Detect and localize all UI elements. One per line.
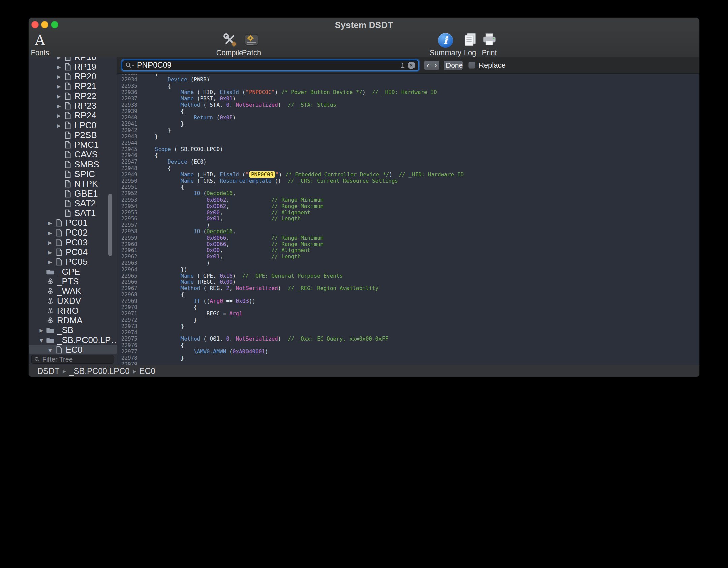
sidebar-item-smbs[interactable]: SMBS xyxy=(29,159,117,169)
code-line[interactable]: 22969 If ((Arg0 == 0x03)) xyxy=(117,298,699,305)
sidebar-item-p2sb[interactable]: P2SB xyxy=(29,130,117,140)
code-line[interactable]: 22971 REGC = Arg1 xyxy=(117,311,699,317)
sidebar-item-sat2[interactable]: SAT2 xyxy=(29,199,117,208)
code-line[interactable]: 22952 IO (Decode16, xyxy=(117,190,699,197)
code-line[interactable]: 22977 \AMW0.AMWN (0xA0040001) xyxy=(117,349,699,355)
fonts-button[interactable]: A Fonts xyxy=(29,32,51,57)
print-button[interactable]: Print xyxy=(479,32,499,57)
code-line[interactable]: 22963 ) xyxy=(117,260,699,267)
sidebar-item-rp22[interactable]: ▶RP22 xyxy=(29,91,117,101)
sidebar-item-pc05[interactable]: ▶PC05 xyxy=(29,257,117,267)
sidebar-item-pts[interactable]: _PTS xyxy=(29,277,117,286)
code-line[interactable]: 22979 xyxy=(117,361,699,365)
code-line[interactable]: 22946 { xyxy=(117,152,699,159)
chevron-right-icon[interactable]: ▶ xyxy=(55,113,63,118)
chevron-right-icon[interactable]: ▶ xyxy=(55,57,63,60)
code-line[interactable]: 22976 { xyxy=(117,342,699,349)
patch-button[interactable]: Patch xyxy=(241,32,262,57)
compile-button[interactable]: Compile xyxy=(219,32,240,57)
code-line[interactable]: 22941 } xyxy=(117,121,699,127)
code-line[interactable]: 22937 Name (PBST, 0x01) xyxy=(117,96,699,102)
sidebar-item-wak[interactable]: _WAK xyxy=(29,286,117,296)
sidebar-item-cavs[interactable]: CAVS xyxy=(29,150,117,159)
code-line[interactable]: 22968 { xyxy=(117,292,699,298)
sidebar-item-gbe1[interactable]: GBE1 xyxy=(29,189,117,199)
chevron-down-icon[interactable]: ▼ xyxy=(46,348,54,352)
code-line[interactable]: 22956 0x01, // Length xyxy=(117,216,699,222)
sidebar-item-pc04[interactable]: ▶PC04 xyxy=(29,247,117,257)
breadcrumb-item[interactable]: DSDT xyxy=(37,366,59,376)
code-line[interactable]: 22965 Name (_GPE, 0x16) // _GPE: General… xyxy=(117,273,699,279)
code-line[interactable]: 22961 0x00, // Alignment xyxy=(117,247,699,254)
sidebar-item-spic[interactable]: SPIC xyxy=(29,169,117,179)
sidebar-item-ec0[interactable]: ▼EC0 xyxy=(29,345,117,354)
sidebar-item-rrio[interactable]: RRIO xyxy=(29,306,117,316)
sidebar-item-pc03[interactable]: ▶PC03 xyxy=(29,238,117,247)
code-line[interactable]: 22959 0x0066, // Range Minimum xyxy=(117,235,699,241)
chevron-right-icon[interactable]: ▶ xyxy=(55,84,63,89)
sidebar-item-rp20[interactable]: ▶RP20 xyxy=(29,72,117,81)
find-next-button[interactable]: › xyxy=(432,61,439,70)
replace-checkbox[interactable] xyxy=(468,62,475,69)
code-line[interactable]: 22972 } xyxy=(117,317,699,323)
chevron-right-icon[interactable]: ▶ xyxy=(46,221,54,225)
sidebar-item-rdma[interactable]: RDMA xyxy=(29,316,117,325)
sidebar-item-sb[interactable]: ▶_SB xyxy=(29,325,117,335)
sidebar-item-rp18[interactable]: ▶RP18 xyxy=(29,57,117,62)
chevron-right-icon[interactable]: ▶ xyxy=(55,94,63,99)
find-previous-button[interactable]: ‹ xyxy=(424,61,432,70)
sidebar-item-sat1[interactable]: SAT1 xyxy=(29,208,117,218)
code-line[interactable]: 22938 Method (_STA, 0, NotSerialized) //… xyxy=(117,102,699,108)
titlebar[interactable]: System DSDT xyxy=(29,18,699,31)
sidebar-item-uxdv[interactable]: UXDV xyxy=(29,296,117,306)
code-line[interactable]: 22934 Device (PWRB) xyxy=(117,77,699,83)
code-line[interactable]: 22970 { xyxy=(117,304,699,311)
chevron-right-icon[interactable]: ▶ xyxy=(55,123,63,128)
code-line[interactable]: 22978 } xyxy=(117,355,699,361)
code-line[interactable]: 22973 } xyxy=(117,323,699,330)
sidebar-item-rp19[interactable]: ▶RP19 xyxy=(29,62,117,72)
code-line[interactable]: 22939 { xyxy=(117,108,699,115)
filter-field[interactable] xyxy=(31,355,114,364)
chevron-right-icon[interactable]: ▶ xyxy=(46,260,54,264)
log-button[interactable]: Log xyxy=(461,32,479,57)
code-line[interactable]: 22940 Return (0x0F) xyxy=(117,115,699,121)
chevron-right-icon[interactable]: ▶ xyxy=(37,328,45,333)
chevron-right-icon[interactable]: ▶ xyxy=(55,74,63,79)
sidebar-item-lpc0[interactable]: ▶LPC0 xyxy=(29,120,117,130)
code-line[interactable]: 22935 { xyxy=(117,83,699,90)
sidebar-item-gpe[interactable]: _GPE xyxy=(29,267,117,277)
sidebar-item-rp24[interactable]: ▶RP24 xyxy=(29,111,117,120)
code-line[interactable]: 22942 } xyxy=(117,127,699,134)
code-line[interactable]: 22974 xyxy=(117,330,699,336)
sidebar-item-ntpk[interactable]: NTPK xyxy=(29,179,117,189)
chevron-right-icon[interactable]: ▶ xyxy=(55,104,63,108)
code-line[interactable]: 22945 Scope (_SB.PC00.LPC0) xyxy=(117,146,699,153)
code-line[interactable]: 22948 { xyxy=(117,165,699,172)
breadcrumb-item[interactable]: EC0 xyxy=(139,366,155,376)
sidebar-item-pmc1[interactable]: PMC1 xyxy=(29,140,117,150)
breadcrumb-item[interactable]: _SB.PC00.LPC0 xyxy=(69,366,130,376)
code-line[interactable]: 22962 0x01, // Length xyxy=(117,254,699,260)
code-line[interactable]: 22955 0x00, // Alignment xyxy=(117,210,699,216)
done-button[interactable]: Done xyxy=(444,61,463,70)
sidebar-scrollbar[interactable] xyxy=(108,194,112,256)
code-line[interactable]: 22957 ) xyxy=(117,222,699,228)
code-line[interactable]: 22966 Name (REGC, 0x00) xyxy=(117,279,699,285)
code-line[interactable]: 22951 { xyxy=(117,184,699,190)
code-line[interactable]: 22936 Name (_HID, EisaId ("PNP0C0C") /* … xyxy=(117,89,699,96)
search-field[interactable]: ▾ 1 × xyxy=(122,60,419,71)
code-editor[interactable]: 22933 {22934 Device (PWRB)22935 {22936 N… xyxy=(117,74,699,365)
sidebar-item-rp21[interactable]: ▶RP21 xyxy=(29,81,117,91)
summary-button[interactable]: i Summary xyxy=(430,32,461,57)
code-line[interactable]: 22967 Method (_REG, 2, NotSerialized) //… xyxy=(117,285,699,292)
code-line[interactable]: 22949 Name (_HID, EisaId ("PNP0C09") /* … xyxy=(117,172,699,178)
code-line[interactable]: 22975 Method (_Q01, 0, NotSerialized) //… xyxy=(117,336,699,342)
code-line[interactable]: 22964 }) xyxy=(117,267,699,273)
sidebar-item-pc01[interactable]: ▶PC01 xyxy=(29,218,117,228)
code-line[interactable]: 22954 0x0062, // Range Maximum xyxy=(117,203,699,210)
chevron-right-icon[interactable]: ▶ xyxy=(46,240,54,245)
code-line[interactable]: 22947 Device (EC0) xyxy=(117,159,699,165)
code-line[interactable]: 22960 0x0066, // Range Maximum xyxy=(117,241,699,248)
clear-search-icon[interactable]: × xyxy=(408,62,415,69)
